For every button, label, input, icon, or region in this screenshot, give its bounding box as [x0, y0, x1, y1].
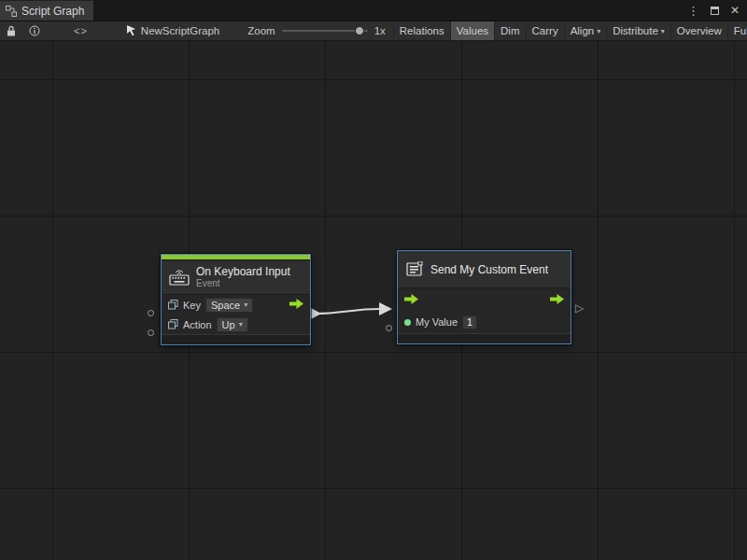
- node-header[interactable]: Send My Custom Event: [398, 251, 571, 288]
- my-value-input[interactable]: [462, 315, 477, 329]
- flow-output-arrow-icon[interactable]: [550, 294, 564, 306]
- toolbar-buttons: Relations Values Dim Carry Align▾ Distri…: [393, 21, 747, 40]
- custom-event-icon: [406, 261, 424, 277]
- node-title: On Keyboard Input: [196, 265, 290, 278]
- align-dropdown-button[interactable]: Align▾: [564, 21, 607, 40]
- port-row-action: Action Up ▾: [162, 315, 310, 334]
- port-row-my-value: My Value: [398, 311, 571, 333]
- tab-title: Script Graph: [21, 5, 84, 18]
- input-port-action[interactable]: [148, 329, 154, 336]
- port-label: My Value: [416, 316, 458, 328]
- node-footer: [398, 333, 571, 343]
- object-type-icon: [168, 300, 178, 310]
- fullscreen-button[interactable]: Full Screen: [727, 21, 747, 40]
- port-label: Key: [183, 300, 201, 311]
- action-dropdown[interactable]: Up ▾: [217, 317, 248, 332]
- keyboard-icon: [169, 270, 190, 286]
- zoom-slider-knob[interactable]: [355, 26, 364, 35]
- graph-name[interactable]: NewScriptGraph: [126, 25, 219, 36]
- object-type-icon: [168, 319, 178, 329]
- kebab-menu-icon[interactable]: ⋮: [687, 4, 699, 18]
- value-port-dot-icon[interactable]: [404, 319, 411, 326]
- info-icon[interactable]: [22, 21, 47, 40]
- chevron-down-icon: ▾: [239, 320, 243, 329]
- graph-toolbar: <> NewScriptGraph Zoom 1x Relations Valu…: [0, 21, 747, 41]
- chevron-down-icon: ▾: [661, 27, 665, 35]
- node-header[interactable]: On Keyboard Input Event: [162, 260, 310, 295]
- lock-icon[interactable]: [0, 21, 22, 40]
- close-icon[interactable]: ✕: [730, 4, 740, 17]
- code-link-icon[interactable]: <>: [67, 21, 94, 40]
- carry-button[interactable]: Carry: [526, 21, 564, 40]
- tab-script-graph[interactable]: Script Graph: [0, 0, 93, 21]
- script-graph-tab-icon: [6, 6, 17, 17]
- maximize-icon[interactable]: [711, 7, 719, 15]
- connection-wire: [0, 41, 747, 560]
- chevron-down-icon: ▾: [244, 301, 247, 309]
- tab-bar: Script Graph ⋮ ✕: [0, 0, 747, 21]
- node-title: Send My Custom Event: [430, 263, 548, 276]
- port-label: Action: [183, 319, 212, 330]
- zoom-label: Zoom: [247, 25, 275, 36]
- node-on-keyboard-input[interactable]: On Keyboard Input Event Key Space ▾: [161, 254, 311, 345]
- node-send-my-custom-event[interactable]: Send My Custom Event My Value: [397, 250, 571, 344]
- input-port-key[interactable]: [148, 310, 154, 316]
- node-footer: [162, 334, 310, 344]
- flow-output-arrow-icon[interactable]: [289, 299, 303, 311]
- script-graph-window: Script Graph ⋮ ✕ <>: [0, 0, 747, 560]
- overview-button[interactable]: Overview: [670, 21, 727, 40]
- graph-canvas[interactable]: On Keyboard Input Event Key Space ▾: [0, 41, 747, 560]
- flow-row: [398, 288, 571, 311]
- values-button[interactable]: Values: [450, 21, 494, 40]
- port-row-key: Key Space ▾: [162, 295, 310, 315]
- flow-input-arrow-icon[interactable]: [404, 294, 418, 306]
- key-dropdown[interactable]: Space ▾: [205, 298, 253, 313]
- chevron-down-icon: ▾: [597, 27, 600, 35]
- zoom-value: 1x: [374, 25, 386, 36]
- distribute-dropdown-button[interactable]: Distribute▾: [606, 21, 670, 40]
- graph-name-label: NewScriptGraph: [141, 25, 219, 36]
- input-port-my-value[interactable]: [386, 325, 392, 331]
- output-port-triangle[interactable]: ▷: [575, 302, 584, 314]
- zoom-slider[interactable]: [282, 30, 368, 32]
- relations-button[interactable]: Relations: [393, 21, 450, 40]
- graph-pointer-icon: [126, 25, 136, 36]
- node-subtitle: Event: [196, 278, 290, 289]
- window-controls: ⋮ ✕: [687, 0, 747, 21]
- zoom-control: Zoom 1x: [247, 25, 386, 36]
- dim-button[interactable]: Dim: [494, 21, 525, 40]
